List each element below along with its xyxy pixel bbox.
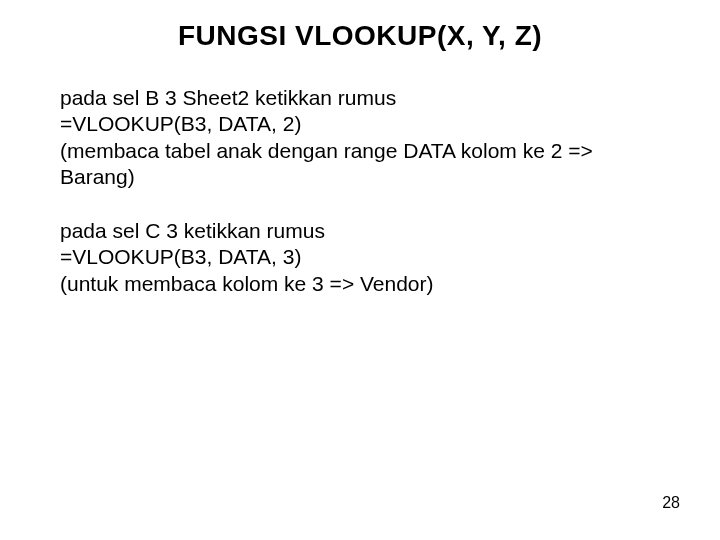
slide: FUNGSI VLOOKUP(X, Y, Z) pada sel B 3 She… <box>0 0 720 540</box>
p2-line3: (untuk membaca kolom ke 3 => Vendor) <box>60 271 670 297</box>
p2-line1: pada sel C 3 ketikkan rumus <box>60 218 670 244</box>
slide-body: pada sel B 3 Sheet2 ketikkan rumus =VLOO… <box>60 85 670 325</box>
paragraph-2: pada sel C 3 ketikkan rumus =VLOOKUP(B3,… <box>60 218 670 297</box>
slide-title: FUNGSI VLOOKUP(X, Y, Z) <box>0 20 720 52</box>
p1-line2: =VLOOKUP(B3, DATA, 2) <box>60 111 670 137</box>
paragraph-1: pada sel B 3 Sheet2 ketikkan rumus =VLOO… <box>60 85 670 190</box>
p1-line3: (membaca tabel anak dengan range DATA ko… <box>60 138 670 191</box>
page-number: 28 <box>662 494 680 512</box>
p1-line1: pada sel B 3 Sheet2 ketikkan rumus <box>60 85 670 111</box>
p2-line2: =VLOOKUP(B3, DATA, 3) <box>60 244 670 270</box>
